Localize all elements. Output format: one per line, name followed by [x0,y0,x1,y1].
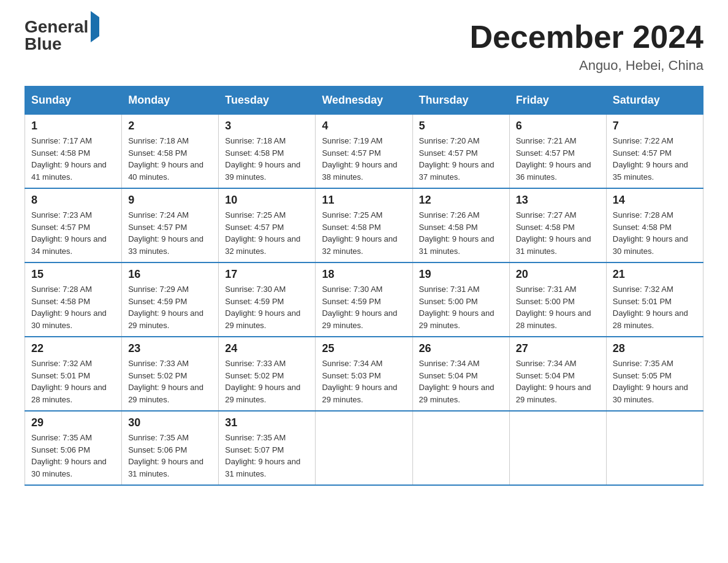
calendar-cell: 6Sunrise: 7:21 AMSunset: 4:57 PMDaylight… [509,115,606,189]
calendar-cell [316,411,412,485]
calendar-week-row: 8Sunrise: 7:23 AMSunset: 4:57 PMDaylight… [25,188,703,262]
calendar-cell: 11Sunrise: 7:25 AMSunset: 4:58 PMDayligh… [316,188,412,262]
day-info: Sunrise: 7:32 AMSunset: 5:01 PMDaylight:… [613,283,697,331]
calendar-cell: 1Sunrise: 7:17 AMSunset: 4:58 PMDaylight… [25,115,122,189]
day-info: Sunrise: 7:19 AMSunset: 4:57 PMDaylight:… [322,135,406,183]
day-info: Sunrise: 7:35 AMSunset: 5:07 PMDaylight:… [225,432,309,480]
day-number: 29 [31,416,115,429]
day-info: Sunrise: 7:30 AMSunset: 4:59 PMDaylight:… [322,283,406,331]
day-info: Sunrise: 7:28 AMSunset: 4:58 PMDaylight:… [31,283,115,331]
day-number: 13 [516,194,600,207]
day-number: 4 [322,120,406,132]
calendar-cell: 10Sunrise: 7:25 AMSunset: 4:57 PMDayligh… [219,188,316,262]
day-number: 26 [419,342,503,355]
day-info: Sunrise: 7:30 AMSunset: 4:59 PMDaylight:… [225,283,309,331]
calendar-cell: 13Sunrise: 7:27 AMSunset: 4:58 PMDayligh… [509,188,606,262]
calendar-table: SundayMondayTuesdayWednesdayThursdayFrid… [25,86,703,486]
day-number: 16 [128,268,212,281]
day-info: Sunrise: 7:18 AMSunset: 4:58 PMDaylight:… [128,135,212,183]
day-info: Sunrise: 7:21 AMSunset: 4:57 PMDaylight:… [516,135,600,183]
calendar-cell [412,411,509,485]
day-info: Sunrise: 7:25 AMSunset: 4:58 PMDaylight:… [322,209,406,257]
calendar-cell: 22Sunrise: 7:32 AMSunset: 5:01 PMDayligh… [25,337,122,411]
day-info: Sunrise: 7:26 AMSunset: 4:58 PMDaylight:… [419,209,503,257]
weekday-header: Friday [509,86,606,115]
calendar-week-row: 29Sunrise: 7:35 AMSunset: 5:06 PMDayligh… [25,411,703,485]
day-number: 3 [225,120,309,132]
location: Anguo, Hebei, China [469,58,703,74]
day-info: Sunrise: 7:31 AMSunset: 5:00 PMDaylight:… [516,283,600,331]
day-number: 5 [419,120,503,132]
calendar-cell: 25Sunrise: 7:34 AMSunset: 5:03 PMDayligh… [316,337,412,411]
day-info: Sunrise: 7:24 AMSunset: 4:57 PMDaylight:… [128,209,212,257]
calendar-header: SundayMondayTuesdayWednesdayThursdayFrid… [25,86,703,115]
day-info: Sunrise: 7:34 AMSunset: 5:04 PMDaylight:… [419,358,503,405]
month-title: December 2024 [469,18,703,55]
day-info: Sunrise: 7:34 AMSunset: 5:04 PMDaylight:… [516,358,600,405]
calendar-cell: 7Sunrise: 7:22 AMSunset: 4:57 PMDaylight… [606,115,703,189]
day-info: Sunrise: 7:31 AMSunset: 5:00 PMDaylight:… [419,283,503,331]
calendar-cell: 21Sunrise: 7:32 AMSunset: 5:01 PMDayligh… [606,262,703,337]
day-number: 17 [225,268,309,281]
day-info: Sunrise: 7:33 AMSunset: 5:02 PMDaylight:… [128,358,212,405]
day-info: Sunrise: 7:35 AMSunset: 5:06 PMDaylight:… [31,432,115,480]
day-info: Sunrise: 7:28 AMSunset: 4:58 PMDaylight:… [613,209,697,257]
day-info: Sunrise: 7:33 AMSunset: 5:02 PMDaylight:… [225,358,309,405]
calendar-cell: 30Sunrise: 7:35 AMSunset: 5:06 PMDayligh… [122,411,219,485]
day-info: Sunrise: 7:18 AMSunset: 4:58 PMDaylight:… [225,135,309,183]
day-number: 28 [613,342,697,355]
day-info: Sunrise: 7:17 AMSunset: 4:58 PMDaylight:… [31,135,115,183]
calendar-cell: 15Sunrise: 7:28 AMSunset: 4:58 PMDayligh… [25,262,122,337]
day-info: Sunrise: 7:27 AMSunset: 4:58 PMDaylight:… [516,209,600,257]
day-number: 15 [31,268,115,281]
day-info: Sunrise: 7:35 AMSunset: 5:06 PMDaylight:… [128,432,212,480]
calendar-cell: 17Sunrise: 7:30 AMSunset: 4:59 PMDayligh… [219,262,316,337]
calendar-cell: 29Sunrise: 7:35 AMSunset: 5:06 PMDayligh… [25,411,122,485]
day-number: 18 [322,268,406,281]
day-number: 11 [322,194,406,207]
calendar-cell: 26Sunrise: 7:34 AMSunset: 5:04 PMDayligh… [412,337,509,411]
calendar-cell: 23Sunrise: 7:33 AMSunset: 5:02 PMDayligh… [122,337,219,411]
calendar-week-row: 1Sunrise: 7:17 AMSunset: 4:58 PMDaylight… [25,115,703,189]
calendar-cell: 3Sunrise: 7:18 AMSunset: 4:58 PMDaylight… [219,115,316,189]
weekday-header: Wednesday [316,86,412,115]
logo: General Blue [25,18,99,53]
calendar-week-row: 22Sunrise: 7:32 AMSunset: 5:01 PMDayligh… [25,337,703,411]
day-number: 9 [128,194,212,207]
day-info: Sunrise: 7:20 AMSunset: 4:57 PMDaylight:… [419,135,503,183]
calendar-cell: 27Sunrise: 7:34 AMSunset: 5:04 PMDayligh… [509,337,606,411]
day-info: Sunrise: 7:29 AMSunset: 4:59 PMDaylight:… [128,283,212,331]
calendar-cell: 4Sunrise: 7:19 AMSunset: 4:57 PMDaylight… [316,115,412,189]
calendar-cell: 31Sunrise: 7:35 AMSunset: 5:07 PMDayligh… [219,411,316,485]
calendar-cell: 16Sunrise: 7:29 AMSunset: 4:59 PMDayligh… [122,262,219,337]
calendar-body: 1Sunrise: 7:17 AMSunset: 4:58 PMDaylight… [25,115,703,486]
calendar-cell [509,411,606,485]
calendar-cell: 14Sunrise: 7:28 AMSunset: 4:58 PMDayligh… [606,188,703,262]
weekday-header: Saturday [606,86,703,115]
page-header: General Blue December 2024 Anguo, Hebei,… [25,18,703,74]
day-number: 14 [613,194,697,207]
calendar-cell: 24Sunrise: 7:33 AMSunset: 5:02 PMDayligh… [219,337,316,411]
day-number: 8 [31,194,115,207]
day-number: 30 [128,416,212,429]
calendar-cell: 8Sunrise: 7:23 AMSunset: 4:57 PMDaylight… [25,188,122,262]
day-number: 23 [128,342,212,355]
day-number: 21 [613,268,697,281]
day-number: 25 [322,342,406,355]
day-info: Sunrise: 7:25 AMSunset: 4:57 PMDaylight:… [225,209,309,257]
day-info: Sunrise: 7:23 AMSunset: 4:57 PMDaylight:… [31,209,115,257]
day-number: 12 [419,194,503,207]
day-number: 27 [516,342,600,355]
logo-text-blue: Blue [25,34,62,53]
weekday-header: Thursday [412,86,509,115]
calendar-cell: 18Sunrise: 7:30 AMSunset: 4:59 PMDayligh… [316,262,412,337]
calendar-cell: 2Sunrise: 7:18 AMSunset: 4:58 PMDaylight… [122,115,219,189]
calendar-cell: 5Sunrise: 7:20 AMSunset: 4:57 PMDaylight… [412,115,509,189]
calendar-cell: 28Sunrise: 7:35 AMSunset: 5:05 PMDayligh… [606,337,703,411]
day-info: Sunrise: 7:22 AMSunset: 4:57 PMDaylight:… [613,135,697,183]
day-number: 10 [225,194,309,207]
day-info: Sunrise: 7:34 AMSunset: 5:03 PMDaylight:… [322,358,406,405]
day-number: 7 [613,120,697,132]
day-number: 22 [31,342,115,355]
logo-text: General [25,18,99,36]
